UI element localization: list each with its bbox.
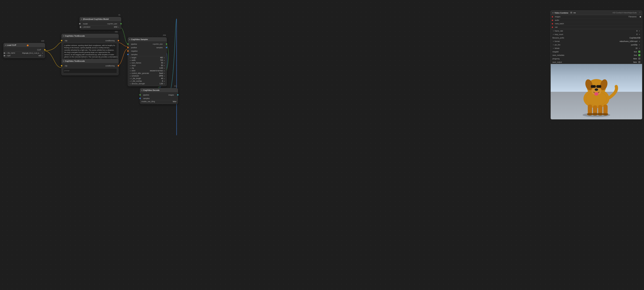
sampler-cogvideo-pipe-out[interactable]	[166, 43, 167, 45]
width-field[interactable]: ◄ width 720 ►	[128, 59, 166, 62]
t-tile-length-arrow-left[interactable]: ◄	[129, 78, 131, 79]
t-tile-overlap-arrow-right[interactable]: ►	[164, 80, 165, 82]
denoise-arrow-left[interactable]: ◄	[129, 83, 131, 85]
audio-port-label: audio	[555, 19, 559, 21]
pingpong-field[interactable]: pingpong false	[551, 57, 642, 60]
t-tile-overlap-field[interactable]: ◄ t_tile_overlap 8 ►	[128, 80, 166, 82]
seed-arrow-right[interactable]: ►	[164, 70, 165, 72]
precision-arrow-left[interactable]: ◄	[81, 26, 83, 28]
decode-samples-in[interactable]	[139, 98, 141, 99]
format-arrow-left[interactable]: ◄	[552, 40, 554, 42]
vae-tiling-field[interactable]: enable_vae_tiling false	[140, 100, 178, 103]
text1-clip-label: clip	[65, 40, 67, 42]
frame-rate-field[interactable]: ◄ frame_rate 8 ►	[551, 29, 642, 33]
steps-arrow-right[interactable]: ►	[164, 65, 165, 66]
vae-in-port[interactable]	[552, 27, 553, 28]
height-label: height	[132, 57, 159, 59]
format-arrow-right[interactable]: ►	[639, 40, 640, 42]
denoise-arrow-right[interactable]: ►	[164, 83, 165, 85]
save-output-checkbox[interactable]	[638, 61, 640, 63]
loop-count-field[interactable]: ◄ loop_count 0 ►	[551, 33, 642, 36]
num-frames-arrow-left[interactable]: ◄	[129, 62, 131, 64]
frame-rate-arrow-right[interactable]: ►	[639, 30, 640, 32]
clip-name-field[interactable]: ◄ clip_name t5/google_t5-v1_1-xxl_encode…	[4, 52, 45, 54]
sampler-pipeline-in[interactable]	[127, 43, 129, 45]
audio-in-port[interactable]	[552, 20, 553, 21]
pix-fmt-arrow-right[interactable]: ►	[639, 44, 640, 46]
save-output-field[interactable]: save_output false	[551, 60, 642, 64]
sampler-positive-in[interactable]	[127, 47, 129, 48]
help-icon[interactable]: ?	[639, 12, 640, 14]
megabit-field[interactable]: megabit true	[551, 50, 642, 53]
bitrate-arrow-right[interactable]: ►	[639, 47, 640, 49]
megabit-checkbox[interactable]	[638, 51, 640, 53]
width-arrow-right[interactable]: ►	[164, 60, 165, 61]
model-in-port[interactable]	[79, 23, 80, 25]
decode-dot: ●	[142, 89, 142, 91]
filename-prefix-field[interactable]: filename_prefix CogVideoX5B	[551, 36, 642, 40]
decode-images-out[interactable]	[177, 94, 178, 96]
type-arrow-left[interactable]: ◄	[5, 55, 6, 57]
seed-field[interactable]: ◄ seed 806286757407563 ►	[128, 69, 166, 72]
control-arrow-left[interactable]: ◄	[129, 73, 131, 74]
pix-fmt-field[interactable]: ◄ pix_fmt yuv420p ►	[551, 43, 642, 47]
precision-arrow-right[interactable]: ►	[118, 26, 120, 28]
cfg-field[interactable]: ◄ cfg 6.00 ►	[128, 67, 166, 69]
loop-count-arrow-right[interactable]: ►	[639, 34, 640, 35]
filenames-out-port[interactable]	[640, 16, 641, 18]
save-metadata-field[interactable]: save_metadata true	[551, 53, 642, 57]
pingpong-checkbox[interactable]	[638, 58, 640, 60]
clip-name-arrow-left[interactable]: ◄	[5, 52, 6, 54]
sampler-negative-in[interactable]	[127, 50, 129, 52]
text1-conditioning-port[interactable]	[118, 40, 119, 41]
scheduler-arrow-right[interactable]: ►	[164, 75, 165, 77]
sampler-samples-in[interactable]	[127, 54, 129, 55]
height-arrow-left[interactable]: ◄	[129, 57, 131, 59]
height-field[interactable]: ◄ height 480 ►	[128, 56, 166, 59]
text1-clip-in-port[interactable]	[61, 40, 62, 41]
type-field[interactable]: ◄ type sd3 ►	[4, 54, 45, 57]
precision-field[interactable]: ◄ precision bf16 ►	[80, 26, 121, 28]
sampler-samples-out[interactable]	[166, 47, 167, 48]
t-tile-length-field[interactable]: ◄ t_tile_length 49 ►	[128, 77, 166, 80]
clip-output-port[interactable]	[44, 49, 46, 51]
scheduler-field[interactable]: ◄ scheduler DPM ►	[128, 75, 166, 77]
text-encode-1-title: CogVideo TextEncode	[65, 35, 85, 37]
svg-rect-12	[588, 105, 592, 114]
cogvideo-pipe-port[interactable]	[120, 23, 122, 25]
bitrate-arrow-left[interactable]: ◄	[552, 47, 554, 49]
save-metadata-checkbox[interactable]	[638, 54, 640, 56]
meta-batch-in-port[interactable]	[552, 23, 553, 25]
num-frames-field[interactable]: ◄ num_frames 49 ►	[128, 62, 166, 64]
save-output-label: save_output	[552, 61, 632, 63]
loop-count-arrow-left[interactable]: ◄	[552, 34, 554, 35]
frame-rate-arrow-left[interactable]: ◄	[552, 30, 554, 32]
steps-field[interactable]: ◄ steps 50 ►	[128, 64, 166, 67]
text1-ports-row: clip conditioning	[62, 39, 118, 42]
type-arrow-right[interactable]: ►	[42, 55, 44, 57]
text2-prompt-textarea[interactable]: prompt	[63, 68, 117, 73]
steps-arrow-left[interactable]: ◄	[129, 65, 131, 66]
control-after-field[interactable]: ◄ control_after_generate fixed ►	[128, 72, 166, 75]
t-tile-length-arrow-right[interactable]: ►	[164, 78, 165, 79]
height-arrow-right[interactable]: ►	[164, 57, 165, 59]
denoise-strength-field[interactable]: ◄ denoise_strength 1.00 ►	[128, 82, 166, 85]
cfg-arrow-left[interactable]: ◄	[129, 67, 131, 69]
scheduler-arrow-left[interactable]: ◄	[129, 75, 131, 77]
num-frames-arrow-right[interactable]: ►	[164, 62, 165, 64]
seed-arrow-left[interactable]: ◄	[129, 70, 131, 72]
width-arrow-left[interactable]: ◄	[129, 60, 131, 61]
load-clip-body: CLIP ◄ clip_name t5/google_t5-v1_1-xxl_e…	[4, 47, 45, 58]
decode-pipeline-in[interactable]	[139, 94, 141, 96]
format-field[interactable]: ◄ format video/hvenc_h264.mp4 ►	[551, 40, 642, 43]
text2-clip-in-port[interactable]	[61, 65, 62, 66]
images-in-port[interactable]	[552, 16, 553, 18]
bitrate-field[interactable]: ◄ bitrate 10 ►	[551, 47, 642, 50]
cfg-arrow-right[interactable]: ►	[164, 67, 165, 69]
pix-fmt-arrow-left[interactable]: ◄	[552, 44, 554, 46]
width-value: 720	[160, 59, 163, 61]
t-tile-overlap-arrow-left[interactable]: ◄	[129, 80, 131, 82]
clip-name-arrow-right[interactable]: ►	[42, 52, 44, 54]
control-arrow-right[interactable]: ►	[164, 73, 165, 74]
text2-conditioning-port[interactable]	[118, 65, 119, 66]
